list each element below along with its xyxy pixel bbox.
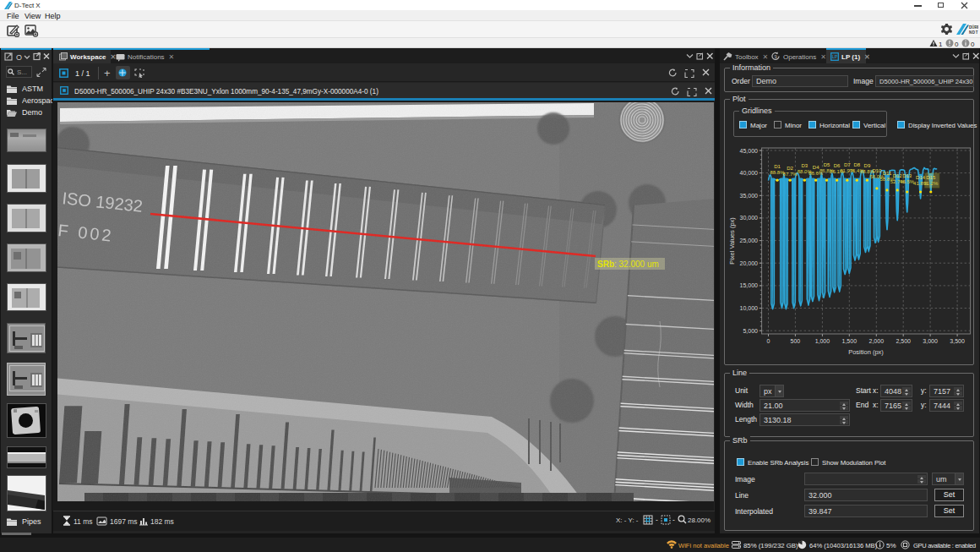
svg-text:D2: D2 (787, 166, 793, 171)
svg-text:3,500: 3,500 (950, 338, 965, 344)
svg-text:0: 0 (955, 41, 959, 47)
svg-text:D13: D13 (902, 173, 912, 178)
svg-text:D10: D10 (872, 168, 882, 173)
svg-text:500: 500 (791, 338, 801, 344)
svg-text:1,500: 1,500 (842, 338, 858, 344)
svg-text:DÜRR: DÜRR (969, 25, 978, 30)
svg-text:20,000: 20,000 (740, 260, 759, 266)
svg-text:D7: D7 (844, 162, 851, 167)
svg-text:15,000: 15,000 (740, 282, 759, 288)
svg-text:11 ms: 11 ms (74, 517, 93, 526)
svg-text:5,000: 5,000 (743, 328, 758, 334)
svg-text:Position (px): Position (px) (848, 348, 884, 356)
svg-text:O: O (16, 53, 22, 62)
svg-text:40,000: 40,000 (740, 170, 759, 176)
svg-text:D1: D1 (774, 164, 781, 169)
svg-text:3,000: 3,000 (923, 338, 938, 344)
svg-text:D8: D8 (853, 162, 860, 167)
svg-text:87.7%: 87.7% (783, 172, 798, 177)
svg-text:35,000: 35,000 (740, 193, 759, 199)
svg-text:45,000: 45,000 (740, 148, 759, 154)
svg-text:1697 ms: 1697 ms (110, 517, 138, 526)
svg-text:9: 9 (774, 54, 777, 59)
svg-text:D11: D11 (883, 171, 892, 176)
svg-text:D14: D14 (916, 175, 926, 180)
svg-text:LP: LP (832, 54, 838, 59)
svg-text:1,000: 1,000 (815, 338, 830, 344)
svg-text:D3: D3 (801, 163, 808, 168)
svg-text:D15: D15 (926, 175, 936, 180)
svg-text:NDT: NDT (969, 30, 978, 35)
svg-text:31.2%: 31.2% (923, 181, 939, 186)
svg-text:2,000: 2,000 (869, 338, 885, 344)
svg-text:0: 0 (971, 41, 975, 47)
svg-text:182 ms: 182 ms (150, 517, 174, 526)
svg-text:Pixel Values (px): Pixel Values (px) (728, 217, 736, 265)
svg-text:30,000: 30,000 (740, 215, 759, 221)
svg-text:10,000: 10,000 (740, 305, 759, 311)
svg-text:D9: D9 (864, 163, 871, 168)
svg-text:0: 0 (767, 338, 770, 344)
svg-text:1: 1 (939, 41, 943, 47)
svg-text:D4: D4 (813, 165, 819, 170)
svg-text:25,000: 25,000 (740, 238, 759, 243)
svg-text:D12: D12 (893, 173, 903, 178)
svg-text:2,500: 2,500 (896, 338, 911, 344)
svg-text:D5: D5 (824, 162, 830, 167)
